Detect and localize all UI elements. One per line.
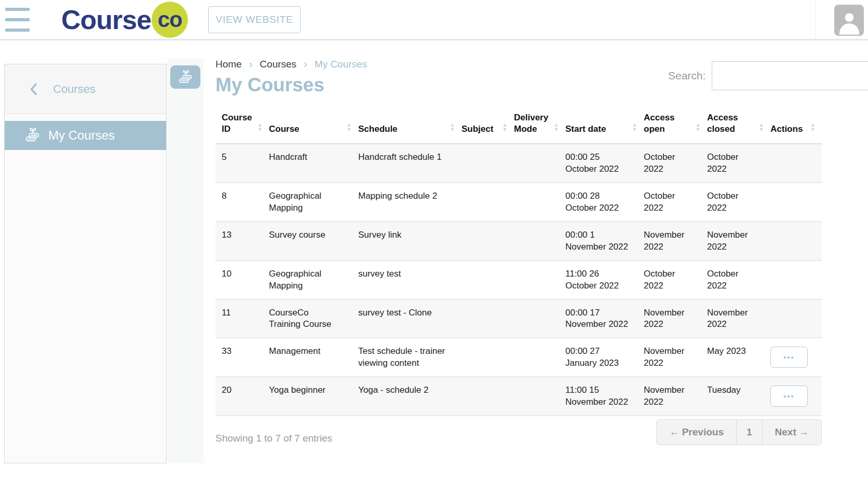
table-row: 20Yoga beginnerYoga - schedule 211:00 15…: [215, 377, 822, 416]
table-footer: Showing 1 to 7 of 7 entries ← Previous 1…: [215, 419, 822, 445]
cell-start-date: 11:00 26 October 2022: [565, 260, 644, 299]
sort-icon: ▲▼: [502, 122, 508, 132]
cell-access-open: October 2022: [644, 144, 707, 183]
logo-badge-circle: co: [152, 2, 188, 38]
column-header-delivery-mode[interactable]: Delivery Mode▲▼: [514, 106, 565, 144]
cell-schedule: survey test: [358, 260, 462, 299]
cell-delivery-mode: [514, 222, 565, 260]
cell-course: Geographical Mapping: [269, 183, 358, 222]
breadcrumb-current: My Courses: [315, 59, 367, 70]
cell-start-date: 11:00 15 November 2022: [565, 377, 644, 416]
cell-delivery-mode: [514, 144, 565, 183]
cell-course: Handcraft: [269, 144, 358, 183]
table-row: 5HandcraftHandcraft schedule 100:00 25 O…: [215, 144, 822, 183]
column-header-schedule[interactable]: Schedule▲▼: [358, 106, 462, 144]
cell-schedule: Test schedule - trainer viewing content: [358, 338, 462, 377]
sort-icon: ▲▼: [346, 122, 352, 132]
cell-access-closed: November 2022: [707, 222, 770, 260]
cell-course-id: 13: [215, 222, 269, 260]
view-website-button[interactable]: VIEW WEBSITE: [208, 6, 301, 33]
chevron-left-icon: [30, 83, 37, 95]
breadcrumb-home[interactable]: Home: [215, 59, 242, 70]
column-label: Subject: [462, 124, 493, 134]
table-row: 10Geographical Mappingsurvey test11:00 2…: [215, 260, 822, 299]
sidebar-back-label: Courses: [53, 83, 96, 96]
cell-access-open: November 2022: [644, 338, 707, 377]
column-label: Access open: [644, 113, 675, 134]
column-label: Course ID: [222, 113, 252, 134]
person-icon: [838, 9, 861, 36]
cell-access-closed: Tuesday: [707, 377, 770, 416]
next-page-button[interactable]: Next →: [763, 420, 821, 445]
column-header-access-closed[interactable]: Access closed▲▼: [707, 106, 770, 144]
cell-actions: [770, 222, 822, 260]
cell-access-closed: November 2022: [707, 299, 770, 338]
sort-icon: ▲▼: [450, 122, 455, 132]
header-divider: [815, 0, 816, 39]
cell-course-id: 8: [215, 183, 269, 222]
sidebar-item-my-courses[interactable]: My Courses: [5, 121, 166, 150]
page-number-button[interactable]: 1: [737, 420, 763, 445]
sidebar-item-label: My Courses: [48, 128, 115, 143]
column-header-course[interactable]: Course▲▼: [269, 106, 358, 144]
cell-course-id: 5: [215, 144, 269, 183]
column-label: Access closed: [707, 113, 738, 134]
cell-delivery-mode: [514, 260, 565, 299]
pagination: ← Previous 1 Next →: [656, 419, 822, 445]
cell-start-date: 00:00 17 November 2022: [565, 299, 644, 338]
cell-actions: [770, 299, 822, 338]
table-row: 8Geographical MappingMapping schedule 20…: [215, 183, 822, 222]
user-avatar[interactable]: [834, 5, 864, 36]
cell-actions: [770, 260, 822, 299]
sort-icon: ▲▼: [257, 122, 263, 132]
cell-access-open: November 2022: [644, 299, 707, 338]
my-courses-strip-button[interactable]: [170, 65, 200, 89]
previous-page-button[interactable]: ← Previous: [657, 420, 737, 445]
top-header: Course co VIEW WEBSITE: [0, 0, 868, 40]
collapsed-menu-strip: [167, 58, 204, 463]
table-row: 13Survey courseSurvey link00:00 1 Novemb…: [215, 222, 822, 260]
row-actions-button[interactable]: •••: [770, 347, 808, 368]
cell-course: Geographical Mapping: [269, 260, 358, 299]
hamburger-menu-icon[interactable]: [5, 8, 30, 32]
column-header-course-id[interactable]: Course ID▲▼: [215, 106, 269, 144]
cell-subject: [462, 377, 514, 416]
column-label: Delivery Mode: [514, 113, 548, 134]
cell-access-open: November 2022: [644, 377, 707, 416]
sidebar-back-courses[interactable]: Courses: [5, 64, 166, 114]
cell-access-closed: October 2022: [707, 144, 770, 183]
ellipsis-icon: •••: [783, 353, 795, 361]
column-header-access-open[interactable]: Access open▲▼: [644, 106, 707, 144]
table-header-row: Course ID▲▼Course▲▼Schedule▲▼Subject▲▼De…: [215, 106, 822, 144]
cell-access-open: October 2022: [644, 183, 707, 222]
cell-start-date: 00:00 28 October 2022: [565, 183, 644, 222]
column-header-actions[interactable]: Actions▲▼: [770, 106, 822, 144]
courseco-logo: Course co: [61, 0, 188, 39]
column-label: Actions: [770, 124, 803, 134]
cell-schedule: Mapping schedule 2: [358, 183, 462, 222]
sort-icon: ▲▼: [632, 122, 638, 132]
cell-course: Survey course: [269, 222, 358, 260]
cell-course-id: 20: [215, 377, 269, 416]
column-label: Start date: [565, 124, 606, 134]
cell-course-id: 11: [215, 299, 269, 338]
row-actions-button[interactable]: •••: [770, 386, 808, 407]
cell-schedule: Yoga - schedule 2: [358, 377, 462, 416]
my-courses-table: Course ID▲▼Course▲▼Schedule▲▼Subject▲▼De…: [215, 106, 822, 416]
column-header-subject[interactable]: Subject▲▼: [462, 106, 514, 144]
cell-actions: •••: [770, 338, 822, 377]
books-icon: [177, 70, 194, 85]
cell-start-date: 00:00 25 October 2022: [565, 144, 644, 183]
cell-course: Yoga beginner: [269, 377, 358, 416]
logo-text: Course: [61, 4, 151, 35]
cell-course: Management: [269, 338, 358, 377]
cell-access-closed: October 2022: [707, 183, 770, 222]
cell-start-date: 00:00 1 November 2022: [565, 222, 644, 260]
column-label: Schedule: [358, 124, 398, 134]
chevron-right-icon: ›: [249, 58, 253, 70]
cell-schedule: Handcraft schedule 1: [358, 144, 462, 183]
page-title: My Courses: [215, 74, 822, 96]
breadcrumb-courses[interactable]: Courses: [260, 59, 296, 70]
cell-subject: [462, 183, 514, 222]
column-header-start-date[interactable]: Start date▲▼: [565, 106, 644, 144]
